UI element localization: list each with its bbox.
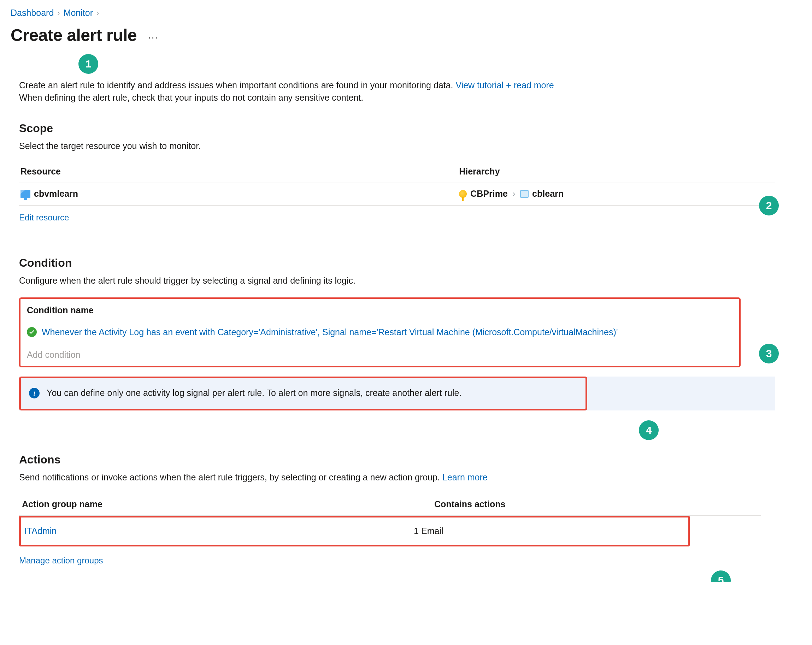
view-tutorial-link[interactable]: View tutorial + read more	[455, 80, 554, 90]
callout-badge-1: 1	[78, 54, 98, 74]
actions-heading: Actions	[19, 452, 801, 467]
condition-column-header: Condition name	[20, 299, 739, 322]
callout-badge-5: 5	[711, 570, 731, 582]
condition-heading: Condition	[19, 255, 801, 271]
info-banner: i You can define only one activity log s…	[19, 377, 775, 410]
scope-row: cbvmlearn CBPrime › cblearn	[19, 183, 775, 206]
condition-box: Condition name Whenever the Activity Log…	[19, 297, 740, 367]
page-title: Create alert rule	[11, 24, 137, 47]
breadcrumb: Dashboard › Monitor ›	[11, 7, 801, 19]
actions-table: Action group name Contains actions ITAdm…	[19, 494, 793, 547]
subscription-key-icon	[459, 190, 467, 198]
action-group-row[interactable]: ITAdmin 1 Email	[19, 516, 690, 547]
chevron-right-icon: ›	[96, 8, 99, 18]
check-circle-icon	[27, 327, 37, 337]
actions-column-name: Action group name	[22, 499, 434, 511]
scope-hierarchy-group: cblearn	[532, 188, 563, 200]
edit-resource-link[interactable]: Edit resource	[19, 213, 69, 222]
condition-row[interactable]: Whenever the Activity Log has an event w…	[20, 322, 739, 345]
callout-badge-4: 4	[639, 420, 659, 440]
page-description-line2: When defining the alert rule, check that…	[19, 92, 673, 104]
scope-hierarchy-subscription: CBPrime	[470, 188, 508, 200]
page-description-text: Create an alert rule to identify and add…	[19, 80, 455, 90]
scope-subtext: Select the target resource you wish to m…	[19, 140, 801, 152]
actions-learn-more-link[interactable]: Learn more	[443, 472, 488, 482]
add-condition-link[interactable]: Add condition	[20, 344, 739, 366]
vm-icon	[20, 190, 31, 198]
manage-action-groups-link[interactable]: Manage action groups	[19, 556, 103, 565]
actions-subtext: Send notifications or invoke actions whe…	[19, 471, 801, 483]
info-icon: i	[29, 388, 40, 398]
actions-header-row: Action group name Contains actions	[19, 494, 761, 516]
scope-table: Resource Hierarchy cbvmlearn CBPrime › c…	[19, 162, 775, 206]
breadcrumb-monitor[interactable]: Monitor	[64, 7, 93, 19]
action-group-name-link[interactable]: ITAdmin	[24, 526, 56, 536]
more-options-button[interactable]: ···	[145, 29, 161, 46]
page-description: Create an alert rule to identify and add…	[19, 79, 673, 104]
scope-column-hierarchy: Hierarchy	[458, 162, 775, 183]
callout-badge-3: 3	[759, 344, 779, 363]
scope-column-resource: Resource	[19, 162, 458, 183]
resource-group-icon	[520, 190, 529, 198]
scope-heading: Scope	[19, 121, 801, 136]
breadcrumb-dashboard[interactable]: Dashboard	[11, 7, 54, 19]
action-group-contains: 1 Email	[414, 525, 684, 537]
info-banner-text: You can define only one activity log sig…	[47, 387, 461, 399]
condition-name-link[interactable]: Whenever the Activity Log has an event w…	[42, 326, 618, 339]
actions-subtext-text: Send notifications or invoke actions whe…	[19, 472, 443, 482]
page-title-row: Create alert rule ···	[11, 24, 801, 47]
chevron-right-icon: ›	[511, 189, 517, 199]
scope-resource-name: cbvmlearn	[34, 188, 78, 200]
callout-badge-2: 2	[759, 196, 779, 215]
condition-subtext: Configure when the alert rule should tri…	[19, 275, 801, 287]
chevron-right-icon: ›	[57, 8, 60, 18]
actions-column-contains: Contains actions	[434, 499, 758, 511]
